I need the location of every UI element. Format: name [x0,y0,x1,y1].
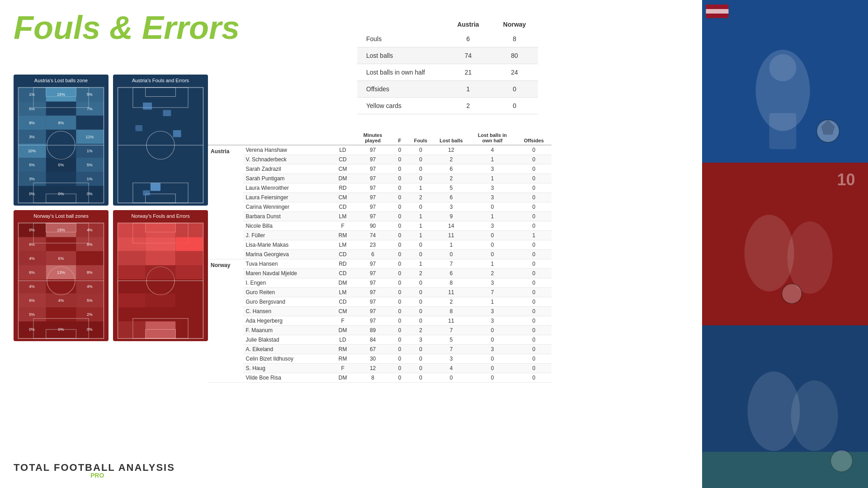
player-pos: CD [332,250,354,259]
svg-text:19%: 19% [57,228,65,233]
player-name: Tuva Hansen [243,259,332,269]
player-minutes: 97 [354,202,392,212]
player-f: 0 [392,183,408,193]
austria-lost-pitch-svg: 1% 15% 5% 5% 7% 8% 8% 3% 11% 10% 1% [14,85,108,206]
player-lost-own: 3 [468,345,516,354]
player-fouls: 0 [408,345,434,354]
svg-rect-52 [143,103,152,110]
player-minutes: 97 [354,316,392,326]
player-lost-own: 0 [468,335,516,345]
player-fouls: 1 [408,212,434,221]
player-row: V. Schnaderbeck CD 97 0 0 2 1 0 [208,155,552,164]
player-lost: 7 [434,259,468,269]
player-row: Marina Georgieva CD 6 0 0 0 0 0 [208,250,552,259]
player-offsides: 0 [516,326,552,335]
summary-label: Offsides [357,81,445,98]
summary-row: Fouls 6 8 [357,31,538,47]
summary-row: Lost balls 74 80 [357,47,538,64]
svg-rect-121 [118,265,146,279]
player-fouls: 0 [408,354,434,364]
summary-label: Lost balls in own half [357,64,445,81]
player-pos: LM [332,288,354,297]
svg-text:0%: 0% [29,228,35,233]
player-f: 0 [392,278,408,288]
player-pos: DM [332,373,354,383]
player-lost-own: 1 [468,212,516,221]
player-name: Laura Feiersinger [243,193,332,202]
player-name: F. Maanum [243,326,332,335]
photo-panel-3 [701,325,868,488]
summary-norway-val: 0 [491,98,538,114]
player-lost: 7 [434,326,468,335]
player-name: Laura Wienroither [243,183,332,193]
summary-row: Offsides 1 0 [357,81,538,98]
player-minutes: 74 [354,231,392,240]
player-f: 0 [392,288,408,297]
player-pos: CM [332,164,354,174]
player-f: 0 [392,231,408,240]
player-minutes: 90 [354,221,392,231]
svg-rect-56 [151,183,160,191]
player-row: Vilde Boe Risa DM 8 0 0 0 0 0 [208,373,552,383]
player-offsides: 0 [516,193,552,202]
player-row: Austria Verena Hanshaw LD 97 0 0 12 4 0 [208,145,552,155]
summary-austria-val: 21 [445,64,491,81]
player-lost: 11 [434,316,468,326]
player-name: Barbara Dunst [243,212,332,221]
player-lost-own: 0 [468,231,516,240]
svg-text:5%: 5% [87,93,93,97]
svg-rect-144 [702,452,868,488]
player-offsides: 0 [516,221,552,231]
svg-point-131 [769,54,797,81]
svg-rect-124 [118,293,146,307]
player-minutes: 23 [354,240,392,250]
player-lost: 6 [434,269,468,278]
player-name: Vilde Boe Risa [243,373,332,383]
svg-text:5%: 5% [29,107,35,111]
svg-text:0%: 0% [58,192,64,197]
player-row: Nicole Billa F 90 0 1 14 3 0 [208,221,552,231]
player-offsides: 0 [516,240,552,250]
player-lost: 6 [434,193,468,202]
player-row: Barbara Dunst LM 97 0 1 9 1 0 [208,212,552,221]
player-fouls: 1 [408,231,434,240]
player-offsides: 0 [516,269,552,278]
player-row: J. Füller RM 74 0 1 11 0 1 [208,231,552,240]
player-lost-own: 4 [468,145,516,155]
player-pos: CD [332,155,354,164]
player-f: 0 [392,335,408,345]
photo-panel-2: 10 [701,163,868,325]
player-name: Maren Navdal Mjelde [243,269,332,278]
player-lost-own: 3 [468,193,516,202]
player-lost: 8 [434,307,468,316]
player-f: 0 [392,212,408,221]
svg-text:4%: 4% [58,298,64,303]
summary-norway-val: 8 [491,31,538,47]
player-lost-own: 3 [468,221,516,231]
svg-rect-119 [146,251,176,265]
col-player [243,131,332,145]
player-f: 0 [392,326,408,335]
player-lost: 6 [434,164,468,174]
player-offsides: 0 [516,278,552,288]
pitch-maps-container: Austria's Lost balls zone 1% 15% 5% [14,75,208,341]
svg-text:8%: 8% [87,242,93,247]
player-lost-own: 1 [468,174,516,183]
svg-text:6%: 6% [58,256,64,261]
player-pos: LD [332,145,354,155]
player-offsides: 0 [516,288,552,297]
player-name: V. Schnaderbeck [243,155,332,164]
player-detail-table: Minutesplayed F Fouls Lost balls Lost ba… [208,131,552,383]
photo-panel-1 [701,0,868,163]
player-lost-own: 1 [468,155,516,164]
player-offsides: 0 [516,345,552,354]
svg-rect-51 [146,194,176,203]
player-lost-own: 0 [468,240,516,250]
player-offsides: 0 [516,316,552,326]
svg-text:0%: 0% [58,163,64,167]
player-f: 0 [392,373,408,383]
summary-austria-val: 6 [445,31,491,47]
player-lost-own: 3 [468,316,516,326]
player-fouls: 0 [408,250,434,259]
player-row: Norway Tuva Hansen RD 97 0 1 7 1 0 [208,259,552,269]
